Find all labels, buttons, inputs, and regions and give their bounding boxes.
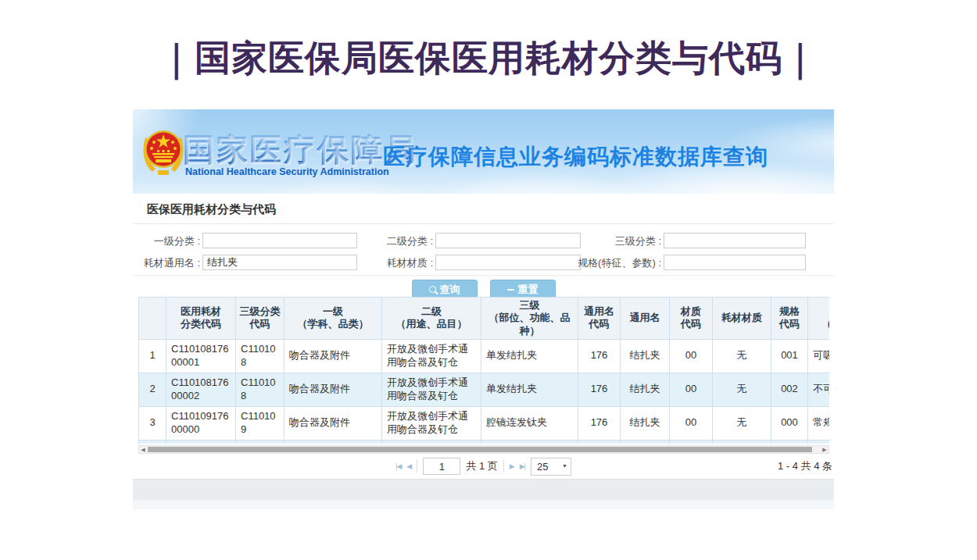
column-header: 二级（用途、品目）: [382, 298, 481, 340]
table-cell: 000: [771, 406, 808, 440]
table-cell: C11010817600002: [166, 373, 236, 406]
table-cell: 吻合器及附件: [285, 440, 382, 444]
column-header: 一级（学科、品类）: [285, 298, 382, 340]
label-spec: 规格(特征、参数) :: [559, 255, 661, 272]
table-cell: 00: [670, 339, 713, 373]
table-cell: 176: [578, 406, 621, 440]
column-header: 耗材材质: [713, 298, 771, 340]
table-cell: 吻合器及附件: [285, 339, 382, 373]
scroll-left-icon[interactable]: ◀: [139, 446, 147, 453]
table-cell: 开放连发钛夹: [481, 440, 578, 444]
scrollbar-thumb[interactable]: [148, 447, 812, 452]
table-cell: 无: [713, 339, 771, 373]
table-cell: 腔镜连发钛夹: [481, 406, 578, 440]
table-cell: 结扎夹: [621, 406, 670, 440]
table-cell: 开放及微创手术通用吻合器及钉仓: [382, 406, 481, 440]
table-cell: 00: [670, 440, 713, 444]
table-cell: 无: [713, 440, 771, 444]
table-cell: C110108: [236, 373, 285, 406]
total-pages-label: 共 1 页: [466, 459, 497, 473]
table-cell: C110210: [236, 440, 285, 444]
table-cell: 开放手术用吻合器及钉仓: [382, 440, 481, 444]
table-cell: 000: [771, 440, 808, 444]
label-material: 耗材材质 :: [360, 255, 433, 272]
pager-divider: [417, 460, 417, 473]
table-cell: 4: [139, 440, 166, 444]
level1-input[interactable]: [202, 233, 357, 248]
horizontal-scrollbar[interactable]: ◀ ▶: [138, 445, 829, 454]
column-header: 医用耗材分类代码: [166, 298, 236, 340]
next-page-icon[interactable]: ▶: [510, 462, 514, 470]
table-row[interactable]: 4C11021017600000C110210吻合器及附件开放手术用吻合器及钉仓…: [139, 440, 830, 444]
chevron-down-icon: ▼: [562, 463, 567, 469]
table-cell: 不可吸收: [808, 373, 830, 406]
table-cell: C11010917600000: [166, 406, 236, 440]
table-cell: 176: [578, 440, 621, 444]
pager-divider: [503, 460, 504, 473]
national-emblem-icon: [141, 127, 186, 177]
page-size-value: 25: [531, 461, 548, 473]
column-header: 规格代码: [771, 298, 808, 340]
reset-button-label: 重置: [518, 283, 539, 297]
table-cell: 001: [771, 339, 808, 373]
magnifier-icon: [429, 286, 436, 293]
page-caption: ｜国家医保局医保医用耗材分类与代码｜: [0, 34, 977, 83]
common-name-input[interactable]: [202, 255, 357, 270]
last-page-icon[interactable]: ▶|: [520, 462, 525, 470]
table-cell: 结扎夹: [621, 440, 670, 444]
table-row[interactable]: 3C11010917600000C110109吻合器及附件开放及微创手术通用吻合…: [139, 406, 830, 440]
column-header: 规格（特征、参数）: [808, 298, 830, 340]
section-title: 医保医用耗材分类与代码: [147, 202, 276, 217]
table-cell: 无: [713, 406, 771, 440]
table-cell: 单发结扎夹: [481, 373, 578, 406]
search-button-label: 查询: [440, 283, 460, 297]
minus-icon: [507, 289, 514, 291]
label-level3: 三级分类 :: [586, 233, 661, 250]
label-common-name: 耗材通用名 :: [133, 255, 200, 272]
column-header: 三级（部位、功能、品种）: [481, 298, 578, 340]
table-cell: 开放及微创手术通用吻合器及钉仓: [382, 339, 481, 373]
org-name-en: National Healthcare Security Administrat…: [185, 166, 389, 177]
results-grid: 医用耗材分类代码三级分类代码一级（学科、品类）二级（用途、品目）三级（部位、功能…: [138, 297, 829, 444]
table-row[interactable]: 1C11010817600001C110108吻合器及附件开放及微创手术通用吻合…: [139, 339, 830, 373]
page-number-input[interactable]: [423, 458, 460, 475]
table-cell: 无: [713, 373, 771, 406]
header-banner: 国家医疗保障局 National Healthcare Security Adm…: [133, 109, 834, 194]
table-cell: C110109: [236, 406, 285, 440]
table-cell: 3: [139, 406, 166, 440]
table-cell: 可吸收: [808, 339, 830, 373]
scroll-right-icon[interactable]: ▶: [821, 446, 828, 453]
system-title: 医疗保障信息业务编码标准数据库查询: [383, 142, 768, 172]
table-row[interactable]: 2C11010817600002C110108吻合器及附件开放及微创手术通用吻合…: [139, 373, 830, 406]
record-range-label: 1 - 4 共 4 条: [778, 455, 832, 478]
column-header: 三级分类代码: [236, 298, 285, 340]
table-cell: 吻合器及附件: [285, 406, 382, 440]
column-header: 材质代码: [670, 298, 713, 340]
table-cell: 开放及微创手术通用吻合器及钉仓: [382, 373, 481, 406]
table-cell: 吻合器及附件: [285, 373, 382, 406]
level2-input[interactable]: [435, 233, 581, 248]
table-cell: 00: [670, 373, 713, 406]
first-page-icon[interactable]: |◀: [395, 462, 401, 470]
form-separator: [133, 275, 834, 276]
table-cell: 00: [670, 406, 713, 440]
page-size-select[interactable]: 25 ▼: [531, 458, 571, 476]
level3-input[interactable]: [664, 233, 806, 248]
prev-page-icon[interactable]: ◀: [406, 462, 411, 470]
spec-input[interactable]: [664, 255, 806, 270]
table-cell: C11021017600000: [166, 440, 236, 444]
footer-band: [133, 479, 834, 501]
grid-header-row: 医用耗材分类代码三级分类代码一级（学科、品类）二级（用途、品目）三级（部位、功能…: [139, 298, 830, 340]
label-level2: 二级分类 :: [360, 233, 433, 250]
table-cell: 1: [139, 339, 166, 373]
label-level1: 一级分类 :: [133, 233, 200, 250]
table-cell: 结扎夹: [621, 373, 670, 406]
table-cell: 常规: [808, 440, 830, 444]
section-bar: 医保医用耗材分类与代码: [133, 194, 834, 224]
table-cell: 176: [578, 373, 621, 406]
table-cell: C11010817600001: [166, 339, 236, 373]
content-panel: 国家医疗保障局 National Healthcare Security Adm…: [133, 109, 834, 509]
footer-band-light: [133, 500, 834, 509]
table-cell: 常规: [808, 406, 830, 440]
page: ｜国家医保局医保医用耗材分类与代码｜ 国家医疗保障局 National Heal…: [0, 0, 977, 560]
